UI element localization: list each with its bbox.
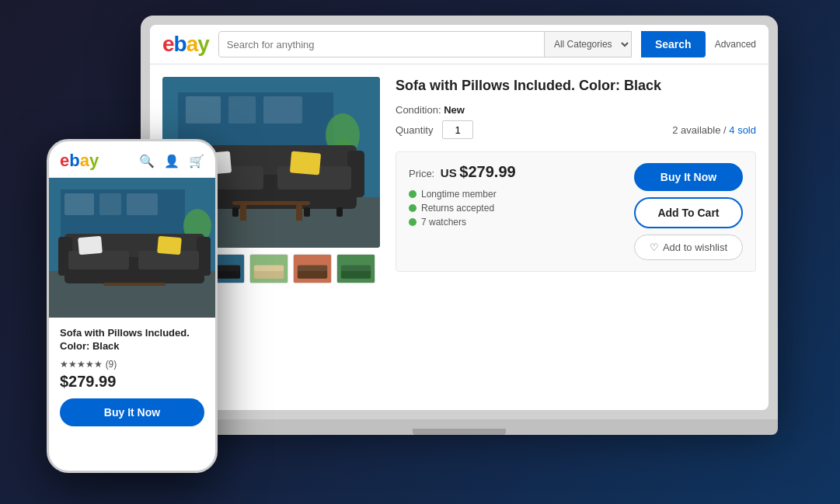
advanced-link[interactable]: Advanced bbox=[715, 39, 756, 50]
wishlist-label: Add to wishlist bbox=[663, 242, 727, 253]
badge-watchers-text: 7 watchers bbox=[421, 217, 466, 228]
condition-value: New bbox=[444, 104, 465, 116]
thumbnail-3[interactable] bbox=[249, 254, 288, 283]
phone-stars: ★★★★★ (9) bbox=[60, 358, 204, 370]
product-info: Sofa with Pillows Included. Color: Black… bbox=[396, 77, 756, 397]
svg-rect-54 bbox=[103, 283, 166, 286]
svg-rect-20 bbox=[336, 207, 343, 217]
ebay-header: ebay All Categories Search Advanced bbox=[150, 25, 769, 64]
laptop-body: ebay All Categories Search Advanced bbox=[141, 16, 778, 419]
badge-longtime-text: Longtime member bbox=[421, 189, 497, 200]
svg-rect-5 bbox=[263, 96, 302, 123]
search-button[interactable]: Search bbox=[641, 31, 706, 57]
svg-rect-18 bbox=[296, 205, 302, 221]
search-input[interactable] bbox=[219, 39, 544, 50]
availability-text: 2 available / bbox=[672, 124, 726, 136]
heart-icon: ♡ bbox=[650, 242, 659, 253]
rating-count: (9) bbox=[106, 359, 117, 370]
thumbnail-4[interactable] bbox=[293, 254, 332, 283]
phone-ebay-logo: ebay bbox=[60, 151, 99, 171]
phone-product-title: Sofa with Pillows Included. Color: Black bbox=[60, 327, 204, 353]
phone-main-image[interactable] bbox=[49, 178, 215, 318]
quantity-label: Quantity bbox=[396, 124, 433, 136]
quantity-input[interactable] bbox=[442, 120, 473, 139]
ebay-logo: ebay bbox=[162, 33, 209, 55]
svg-rect-34 bbox=[298, 265, 327, 271]
seller-info: Longtime member Returns accepted 7 watch… bbox=[409, 189, 619, 228]
quantity-row: Quantity 2 available / 4 sold bbox=[396, 120, 756, 139]
product-title: Sofa with Pillows Included. Color: Black bbox=[396, 77, 756, 95]
svg-rect-37 bbox=[341, 265, 371, 271]
phone-logo-y: y bbox=[89, 151, 99, 170]
laptop-base bbox=[141, 419, 778, 435]
green-dot-1 bbox=[409, 190, 417, 198]
price-value: $279.99 bbox=[459, 163, 515, 180]
phone-logo-b: b bbox=[69, 151, 79, 170]
wishlist-button[interactable]: ♡ Add to wishlist bbox=[634, 235, 743, 260]
availability: 2 available / 4 sold bbox=[672, 124, 756, 136]
price-currency: US bbox=[441, 166, 457, 179]
svg-rect-22 bbox=[304, 207, 310, 217]
thumbnail-5[interactable] bbox=[336, 254, 375, 283]
price-label: Price: US $279.99 bbox=[409, 163, 619, 181]
logo-y: y bbox=[197, 32, 209, 56]
search-icon[interactable]: 🔍 bbox=[139, 154, 155, 169]
green-dot-2 bbox=[409, 204, 417, 212]
cart-icon[interactable]: 🛒 bbox=[189, 154, 204, 169]
badge-longtime: Longtime member bbox=[409, 189, 619, 200]
green-dot-3 bbox=[409, 218, 417, 226]
quantity-left: Quantity bbox=[396, 120, 473, 139]
svg-rect-41 bbox=[64, 193, 94, 215]
svg-rect-17 bbox=[240, 205, 246, 221]
svg-rect-43 bbox=[127, 193, 158, 215]
svg-rect-21 bbox=[232, 207, 239, 217]
svg-rect-31 bbox=[254, 265, 284, 271]
svg-rect-15 bbox=[290, 151, 321, 175]
logo-b: b bbox=[174, 32, 186, 56]
search-wrapper[interactable]: All Categories bbox=[218, 31, 632, 57]
badge-watchers: 7 watchers bbox=[409, 217, 619, 228]
phone-buy-now-button[interactable]: Buy It Now bbox=[60, 398, 204, 426]
phone-logo-a: a bbox=[80, 151, 89, 170]
buy-now-button[interactable]: Buy It Now bbox=[634, 163, 743, 191]
sold-link[interactable]: 4 sold bbox=[729, 124, 756, 136]
svg-rect-42 bbox=[99, 193, 121, 215]
logo-a: a bbox=[186, 32, 198, 56]
phone-product-info: Sofa with Pillows Included. Color: Black… bbox=[49, 318, 215, 471]
scene: ebay All Categories Search Advanced bbox=[0, 0, 840, 504]
price-left: Price: US $279.99 Longtime member bbox=[409, 163, 619, 228]
svg-rect-16 bbox=[232, 201, 310, 205]
condition-label: Condition: bbox=[396, 104, 441, 116]
condition-row: Condition: New bbox=[396, 104, 756, 116]
logo-e: e bbox=[162, 32, 174, 56]
svg-rect-3 bbox=[186, 96, 221, 123]
phone-logo-e: e bbox=[60, 151, 69, 170]
phone-header: ebay 🔍 👤 🛒 bbox=[49, 141, 215, 178]
add-to-cart-button[interactable]: Add To Cart bbox=[634, 197, 743, 228]
main-content: Sofa with Pillows Included. Color: Black… bbox=[150, 64, 769, 409]
laptop: ebay All Categories Search Advanced bbox=[141, 16, 778, 450]
svg-rect-52 bbox=[78, 236, 103, 255]
user-icon[interactable]: 👤 bbox=[164, 154, 180, 169]
svg-rect-50 bbox=[68, 251, 129, 269]
action-buttons: Buy It Now Add To Cart ♡ Add to wishlist bbox=[634, 163, 743, 260]
badge-returns-text: Returns accepted bbox=[421, 203, 494, 214]
svg-rect-53 bbox=[157, 236, 182, 255]
badge-returns: Returns accepted bbox=[409, 203, 619, 214]
phone-icon-group: 🔍 👤 🛒 bbox=[139, 154, 204, 169]
phone-screen: ebay 🔍 👤 🛒 bbox=[49, 141, 215, 471]
laptop-screen: ebay All Categories Search Advanced bbox=[150, 25, 769, 410]
stars-display: ★★★★★ bbox=[60, 359, 103, 370]
svg-rect-4 bbox=[228, 96, 256, 123]
phone: ebay 🔍 👤 🛒 bbox=[47, 139, 218, 473]
price-section: Price: US $279.99 Longtime member bbox=[396, 151, 756, 272]
category-select[interactable]: All Categories bbox=[544, 32, 631, 57]
phone-price: $279.99 bbox=[60, 373, 204, 391]
